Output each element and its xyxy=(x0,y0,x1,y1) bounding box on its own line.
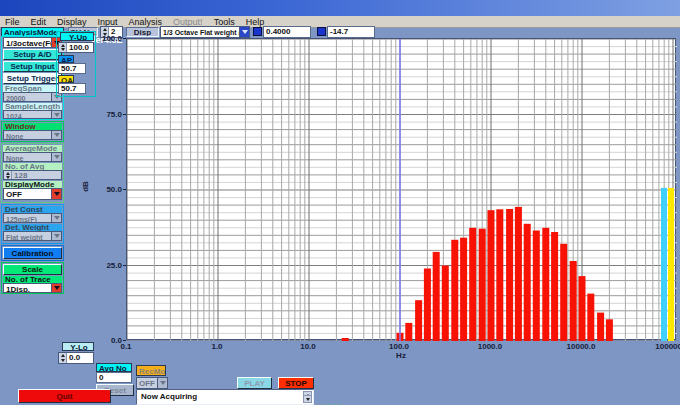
y-lo-stepper[interactable]: 0.0 xyxy=(58,352,94,364)
recmode-dropdown-icon xyxy=(157,378,167,388)
avg-no-label: Avg No xyxy=(96,363,132,372)
samplelength-dropdown-icon xyxy=(51,111,61,118)
det-const-value: 125ms(F) xyxy=(4,214,51,222)
averagemode-select: None xyxy=(3,152,62,162)
x-tick-label: 100000.0 xyxy=(647,342,680,351)
play-button: PLAY xyxy=(237,377,272,389)
analysis-mode-select[interactable]: 1/3octave(Full) xyxy=(3,37,62,48)
displaymode-select[interactable]: OFF xyxy=(3,188,62,200)
no-of-avg-stepper: 128 xyxy=(3,170,62,180)
disp-mode-dropdown-icon[interactable] xyxy=(239,27,249,37)
disp-mode-select[interactable]: 1/3 Octave Flat weight (A) xyxy=(160,26,250,38)
scale-button[interactable]: Scale xyxy=(3,264,62,275)
spectrum-plot[interactable] xyxy=(126,38,676,340)
y-tick-label: 25.0 xyxy=(90,261,122,270)
cursor-x-color-chip xyxy=(253,27,262,36)
x-tick-label: 1000.0 xyxy=(465,342,515,351)
title-bar: SA-02 BASE Ver4.3E [Analyzer] RION CO,.L… xyxy=(0,0,680,16)
no-of-avg-value: 128 xyxy=(12,171,61,179)
no-of-trace-dropdown-icon[interactable] xyxy=(51,284,61,292)
window-select: None xyxy=(3,130,62,140)
x-tick-label: 100.0 xyxy=(374,342,424,351)
no-of-avg-label: No. of Avg xyxy=(3,163,62,170)
log-scroll-down-icon[interactable] xyxy=(303,395,312,403)
quit-button[interactable]: Quit xyxy=(18,389,111,403)
menu-output: Output! xyxy=(173,17,203,27)
menu-display[interactable]: Display xyxy=(57,17,87,27)
menu-tools[interactable]: Tools xyxy=(214,17,235,27)
x-axis-unit-label: Hz xyxy=(126,351,676,360)
history-arrows-icon[interactable] xyxy=(318,396,342,405)
averagemode-dropdown-icon xyxy=(51,153,61,161)
y-tick-label: 0.0 xyxy=(90,336,122,345)
menu-help[interactable]: Help xyxy=(246,17,265,27)
averagemode-value: None xyxy=(4,153,51,161)
samplelength-select: 1024 xyxy=(3,110,62,119)
freqspan-label: FreqSpan xyxy=(3,85,62,92)
y-tick-mark xyxy=(123,340,126,341)
window-label: Window xyxy=(3,123,62,130)
det-const-select: 125ms(F) xyxy=(3,213,62,223)
averagemode-label: AverageMode xyxy=(3,145,62,152)
no-of-trace-label: No. of Trace xyxy=(3,276,62,283)
y-up-stepper[interactable]: 100.0 xyxy=(58,42,94,53)
freqspan-value: 20000 xyxy=(4,93,51,101)
y-tick-label: 50.0 xyxy=(90,185,122,194)
y-tick-label: 75.0 xyxy=(90,110,122,119)
y-tick-mark xyxy=(123,265,126,266)
x-tick-label: 10.0 xyxy=(283,342,333,351)
analysis-mode-value: 1/3octave(Full) xyxy=(4,38,51,47)
disp-mode-label: Disp Mode xyxy=(126,27,159,37)
setup-ad-button[interactable]: Setup A/D xyxy=(3,49,62,60)
setup-input-button[interactable]: Setup Input xyxy=(3,61,62,72)
calibration-button[interactable]: Calibration xyxy=(3,247,62,259)
det-weight-select: Flat weight xyxy=(3,231,62,241)
status-log-box: Now Acquiring xyxy=(136,389,314,405)
det-const-dropdown-icon xyxy=(51,214,61,222)
setup-trigger-button[interactable]: Setup Trigger xyxy=(3,73,62,84)
no-of-trace-value: 1Disp. xyxy=(4,284,51,292)
det-weight-dropdown-icon xyxy=(51,232,61,240)
det-weight-label: Det. Weight xyxy=(3,224,62,231)
y-tick-mark xyxy=(123,114,126,115)
ap-value: 50.7 xyxy=(58,63,86,74)
det-const-label: Det Const xyxy=(3,206,62,213)
window-dropdown-icon xyxy=(51,131,61,139)
oa-value: 50.7 xyxy=(58,83,86,94)
y-axis-unit-label: dB xyxy=(81,181,90,192)
y-tick-mark xyxy=(123,189,126,190)
recmode-select: OFF xyxy=(136,377,168,389)
freqspan-select: 20000 xyxy=(3,92,62,102)
displaymode-label: DisplayMode xyxy=(3,181,62,188)
x-tick-label: 10000.0 xyxy=(556,342,606,351)
det-weight-value: Flat weight xyxy=(4,232,51,240)
no-of-trace-select[interactable]: 1Disp. xyxy=(3,283,62,293)
recmode-value: OFF xyxy=(137,378,157,388)
samplelength-value: 1024 xyxy=(4,111,51,118)
recmode-label: RecMode xyxy=(136,365,166,376)
menu-analysis[interactable]: Analysis xyxy=(129,17,163,27)
cursor-y-color-chip xyxy=(317,27,326,36)
y-up-down-icon[interactable] xyxy=(59,48,66,53)
y-tick-label: 100.0 xyxy=(90,34,122,43)
displaymode-dropdown-icon[interactable] xyxy=(51,189,61,199)
y-up-label: Y-Up xyxy=(60,32,94,41)
menu-file[interactable]: File xyxy=(5,17,20,27)
no-of-avg-down-icon xyxy=(4,175,11,179)
menu-input[interactable]: Input xyxy=(98,17,118,27)
app-window: SA-02 BASE Ver4.3E [Analyzer] RION CO,.L… xyxy=(0,0,680,405)
status-text: Now Acquiring xyxy=(141,392,197,401)
avg-no-value: 0 xyxy=(96,372,132,383)
y-lo-value[interactable]: 0.0 xyxy=(67,353,93,363)
menu-edit[interactable]: Edit xyxy=(31,17,47,27)
cursor-x-value: 0.4000 xyxy=(263,26,311,38)
y-up-value[interactable]: 100.0 xyxy=(67,43,93,52)
y-lo-down-icon[interactable] xyxy=(59,358,66,363)
oa-label: OA xyxy=(58,75,74,83)
x-tick-label: 1.0 xyxy=(192,342,242,351)
displaymode-value: OFF xyxy=(4,189,51,199)
stop-button[interactable]: STOP xyxy=(278,377,314,389)
y-lo-label: Y-Lo xyxy=(62,342,94,351)
ap-label: AP xyxy=(58,55,74,63)
disp-mode-value: 1/3 Octave Flat weight (A) xyxy=(161,27,239,37)
